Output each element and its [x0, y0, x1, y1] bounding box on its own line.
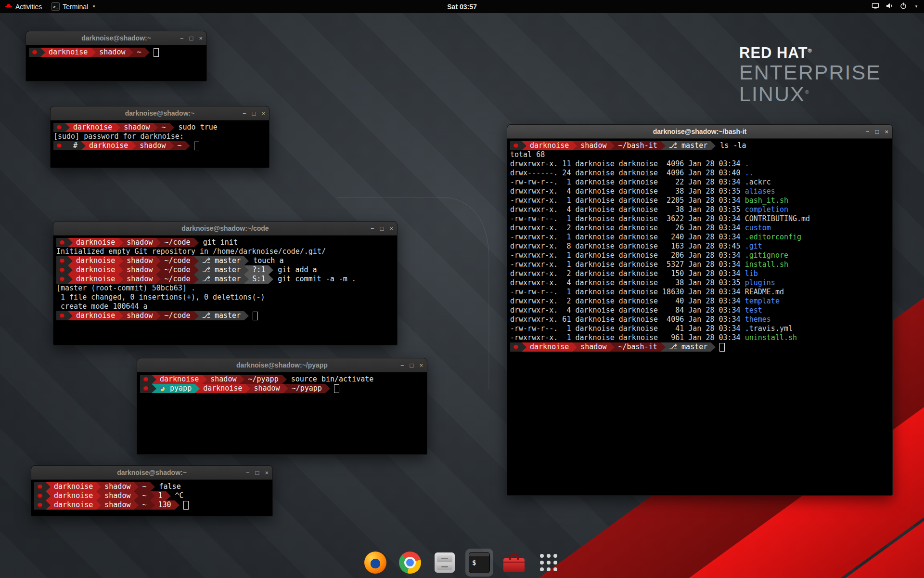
output-text: drwxrwxr-x. 4 darknoise darknoise 38 Jan…: [510, 187, 745, 196]
terminal-window-code[interactable]: darknoise@shadow:~/code − □ × darknoises…: [53, 221, 398, 345]
prompt-path-segment: ~/code: [161, 311, 193, 320]
maximize-button[interactable]: □: [875, 129, 879, 135]
terminal-window-sudo[interactable]: darknoise@shadow:~ − □ × darknoiseshadow…: [50, 106, 270, 168]
prompt-path-segment: ~/code: [161, 275, 193, 284]
clock[interactable]: Sat 03:57: [442, 0, 481, 13]
close-button[interactable]: ×: [265, 470, 269, 476]
prompt-user-segment: darknoise: [70, 123, 116, 132]
minimize-button[interactable]: −: [180, 35, 184, 41]
powerline-separator: [194, 238, 199, 247]
window-titlebar[interactable]: darknoise@shadow:~/pyapp − □ ×: [137, 358, 427, 372]
close-button[interactable]: ×: [389, 225, 393, 232]
prompt-host-segment: shadow: [250, 384, 283, 393]
terminal-content[interactable]: darknoiseshadow~ falsedarknoiseshadow~1 …: [31, 480, 272, 516]
redhat-prompt-icon: [29, 48, 40, 57]
dock-app-grid-icon[interactable]: [535, 549, 563, 577]
output-text: [master (root-commit) 50bcb63] .: [56, 284, 195, 293]
powerline-separator: [134, 500, 139, 510]
terminal-line: [sudo] password for darknoise:: [53, 132, 266, 141]
prompt-user-segment: darknoise: [526, 141, 572, 150]
dock-chrome-icon[interactable]: [396, 549, 424, 577]
dock-files-icon[interactable]: [431, 549, 459, 577]
close-button[interactable]: ×: [419, 362, 423, 368]
focused-app-menu[interactable]: >_ Terminal ▼: [47, 0, 101, 13]
prompt-user-segment: darknoise: [200, 384, 245, 393]
terminal-content[interactable]: darknoiseshadow~/code git initInitialize…: [53, 236, 397, 345]
dock-terminal-icon[interactable]: [465, 549, 493, 577]
powerline-separator: [46, 491, 51, 500]
output-text: test: [745, 306, 762, 315]
terminal-cursor: [183, 501, 189, 510]
window-titlebar[interactable]: darknoise@shadow:~/code − □ ×: [53, 222, 397, 236]
terminal-window-bash-it[interactable]: darknoise@shadow:~/bash-it − □ × darknoi…: [507, 124, 893, 496]
output-text: .editorconfig: [745, 233, 801, 242]
desktop: RED HAT® ENTERPRISE LINUX® Activities >_…: [0, 0, 924, 578]
prompt-user-segment: darknoise: [86, 141, 131, 150]
minimize-button[interactable]: −: [400, 362, 404, 368]
prompt-path-segment: ~/code: [161, 256, 193, 265]
command-text: touch a: [249, 256, 283, 265]
terminal-window-home-2[interactable]: darknoise@shadow:~ − □ × darknoiseshadow…: [31, 465, 273, 516]
window-titlebar[interactable]: darknoise@shadow:~/bash-it − □ ×: [507, 125, 892, 139]
powerline-separator: [118, 311, 123, 320]
redhat-prompt-icon: [510, 141, 522, 150]
system-status-menu[interactable]: ▼: [866, 0, 924, 13]
close-button[interactable]: ×: [885, 129, 888, 135]
redhat-prompt-icon: [34, 500, 46, 510]
prompt-host-segment: shadow: [123, 275, 156, 284]
window-titlebar[interactable]: darknoise@shadow:~ − □ ×: [51, 106, 269, 120]
maximize-button[interactable]: □: [410, 362, 414, 368]
window-titlebar[interactable]: darknoise@shadow:~ − □ ×: [26, 31, 206, 45]
redhat-dot-icon: [38, 494, 42, 499]
prompt-host-segment: shadow: [101, 500, 134, 510]
minimize-button[interactable]: −: [246, 470, 250, 476]
terminal-content[interactable]: darknoiseshadow~/pyapp source bin/activa…: [137, 372, 427, 454]
prompt-path-segment: ~: [158, 123, 169, 132]
terminal-line: darknoiseshadow~/pyapp source bin/activa…: [140, 375, 424, 384]
terminal-line: -rwxrwxr-x. 1 darknoise darknoise 240 Ja…: [510, 233, 889, 242]
close-button[interactable]: ×: [261, 110, 265, 117]
powerline-separator: [150, 500, 155, 510]
powerline-separator: [118, 265, 123, 275]
dock-toolbox-icon[interactable]: [500, 549, 528, 577]
command-text: source bin/activate: [287, 375, 374, 384]
terminal-line: -rw-rw-r--. 1 darknoise darknoise 41 Jan…: [510, 324, 889, 333]
close-button[interactable]: ×: [199, 35, 203, 41]
terminal-content[interactable]: darknoiseshadow~: [26, 45, 206, 81]
branding-linux: LINUX®: [739, 84, 881, 105]
terminal-window-pyapp[interactable]: darknoise@shadow:~/pyapp − □ × darknoise…: [137, 358, 427, 455]
window-titlebar[interactable]: darknoise@shadow:~ − □ ×: [31, 466, 272, 480]
minimize-button[interactable]: −: [243, 110, 246, 117]
powerline-separator: [175, 500, 180, 510]
output-text: drwxrwxr-x. 4 darknoise darknoise 38 Jan…: [510, 278, 745, 288]
terminal-line: -rwxrwxr-x. 1 darknoise darknoise 961 Ja…: [510, 333, 889, 342]
redhat-prompt-icon: [510, 342, 522, 352]
terminal-content[interactable]: darknoiseshadow~ sudo true[sudo] passwor…: [51, 120, 269, 168]
terminal-line: drwxrwxr-x. 2 darknoise darknoise 40 Jan…: [510, 297, 889, 306]
command-text: git commit -a -m .: [273, 275, 356, 284]
powerline-separator: [194, 275, 199, 284]
maximize-button[interactable]: □: [190, 35, 193, 41]
maximize-button[interactable]: □: [256, 470, 259, 476]
terminal-line: -rwxrwxr-x. 1 darknoise darknoise 206 Ja…: [510, 251, 889, 260]
minimize-button[interactable]: −: [371, 225, 374, 232]
output-text: completion: [745, 205, 788, 214]
powerline-separator: [244, 275, 249, 284]
dock-firefox-icon[interactable]: [361, 549, 389, 577]
redhat-prompt-icon: [34, 482, 46, 491]
activities-button[interactable]: Activities: [0, 0, 47, 13]
output-text: -rw-rw-r--. 1 darknoise darknoise 3622 J…: [510, 214, 745, 223]
terminal-content[interactable]: darknoiseshadow~/bash-it⎇ master ls -lat…: [507, 139, 892, 495]
output-text: template: [745, 297, 780, 306]
maximize-button[interactable]: □: [252, 110, 256, 117]
prompt-host-segment: shadow: [123, 311, 156, 320]
maximize-button[interactable]: □: [380, 225, 384, 232]
terminal-line: darknoiseshadow~ sudo true: [53, 123, 266, 132]
output-text: -rw-rw-r--. 1 darknoise darknoise 22 Jan…: [510, 178, 745, 187]
terminal-window-home-1[interactable]: darknoise@shadow:~ − □ × darknoiseshadow…: [26, 31, 207, 81]
terminal-line: -rwxrwxr-x. 1 darknoise darknoise 5327 J…: [510, 260, 889, 269]
output-text: total 68: [510, 150, 545, 159]
minimize-button[interactable]: −: [866, 129, 870, 135]
redhat-dot-icon: [60, 277, 64, 282]
power-icon: [899, 2, 907, 11]
